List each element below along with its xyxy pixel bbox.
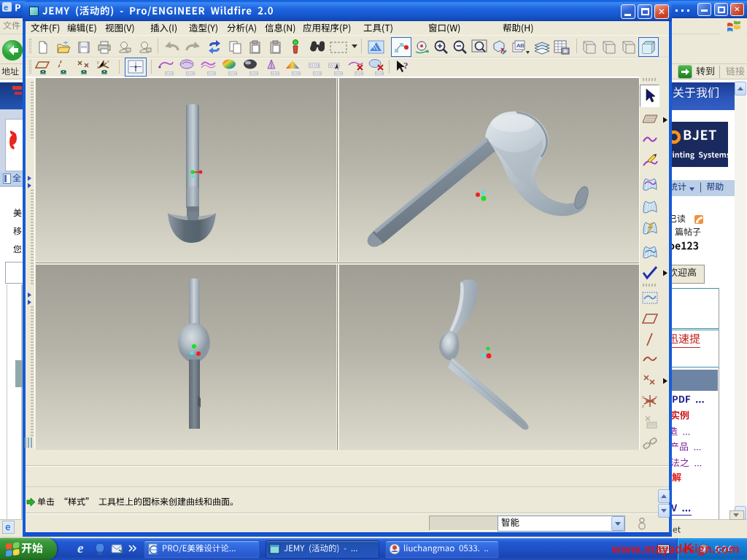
svg-text:x: x — [655, 394, 657, 399]
svg-text:AB: AB — [516, 42, 525, 49]
svg-text:x: x — [107, 60, 109, 63]
svg-text:z: z — [97, 65, 99, 69]
svg-text:z: z — [642, 404, 644, 408]
svg-text:y: y — [97, 60, 99, 64]
svg-text:?: ? — [403, 60, 409, 71]
svg-text:y: y — [642, 394, 644, 399]
